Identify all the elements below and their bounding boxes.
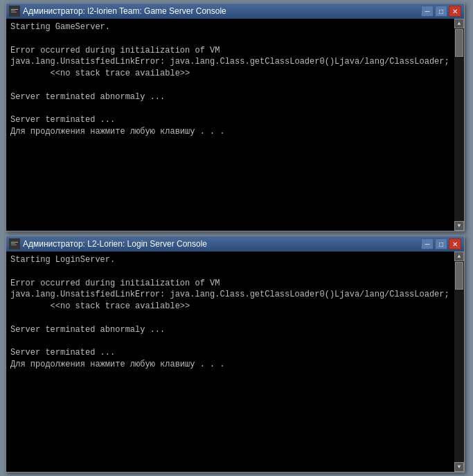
title-bar-2: Администратор: L2-Lorien: Login Server C… (6, 236, 464, 252)
window-title-1: Администратор: l2-lorien Team: Game Serv… (23, 6, 421, 16)
close-button-1[interactable]: ✕ (449, 6, 461, 17)
svg-rect-5 (11, 242, 18, 243)
minimize-button-1[interactable]: ─ (421, 6, 434, 17)
window-controls-2: ─ □ ✕ (421, 238, 461, 249)
console-text-1: Starting GameServer. Error occurred duri… (10, 21, 460, 138)
maximize-button-2[interactable]: □ (435, 238, 447, 249)
close-button-2[interactable]: ✕ (449, 238, 461, 249)
scroll-track-1[interactable] (454, 28, 464, 221)
maximize-button-1[interactable]: □ (435, 6, 447, 17)
title-bar-1: Администратор: l2-lorien Team: Game Serv… (6, 3, 464, 19)
window-icon-1 (9, 6, 20, 17)
svg-rect-1 (11, 9, 18, 10)
console-output-1: Starting GameServer. Error occurred duri… (6, 19, 464, 231)
scrollbar-2[interactable]: ▲ ▼ (454, 252, 464, 472)
window-title-2: Администратор: L2-Lorien: Login Server C… (23, 239, 421, 249)
scrollbar-1[interactable]: ▲ ▼ (454, 19, 464, 231)
window-icon-2 (9, 238, 20, 249)
svg-rect-7 (11, 245, 17, 245)
scroll-down-2[interactable]: ▼ (454, 462, 464, 472)
svg-rect-3 (11, 12, 17, 12)
scroll-thumb-2[interactable] (455, 262, 463, 290)
minimize-button-2[interactable]: ─ (421, 238, 434, 249)
svg-rect-6 (11, 243, 15, 244)
console-text-2: Starting LoginServer. Error occurred dur… (10, 254, 460, 371)
scroll-up-2[interactable]: ▲ (454, 252, 464, 261)
svg-rect-2 (11, 10, 15, 11)
login-server-window: Администратор: L2-Lorien: Login Server C… (6, 236, 465, 473)
scroll-track-2[interactable] (454, 261, 464, 462)
scroll-thumb-1[interactable] (455, 29, 463, 57)
console-output-2: Starting LoginServer. Error occurred dur… (6, 252, 464, 472)
scroll-up-1[interactable]: ▲ (454, 19, 464, 28)
scroll-down-1[interactable]: ▼ (454, 221, 464, 231)
window-controls-1: ─ □ ✕ (421, 6, 461, 17)
game-server-window: Администратор: l2-lorien Team: Game Serv… (6, 3, 465, 231)
